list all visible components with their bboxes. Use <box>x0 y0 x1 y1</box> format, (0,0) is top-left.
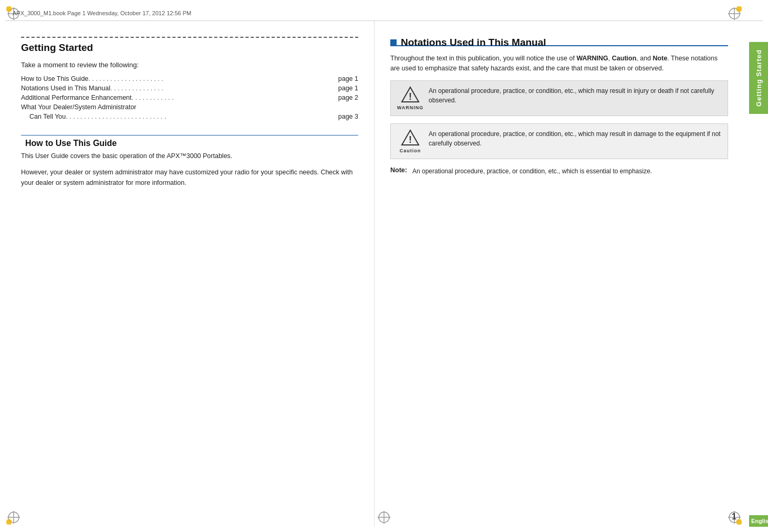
svg-text:!: ! <box>409 91 412 102</box>
toc-item-2-text: Notations Used in This Manual <box>21 85 110 92</box>
how-to-para2: However, your dealer or system administr… <box>21 168 358 188</box>
note-label: Note: <box>390 166 407 174</box>
notations-heading-row: Notations Used in This Manual <box>390 37 728 48</box>
caution-label: Caution <box>400 148 421 153</box>
toc-item-5-text: Can Tell You <box>21 113 66 120</box>
warning-label: WARNING <box>397 105 424 110</box>
caution-triangle: ! <box>401 129 420 146</box>
warning-box: ! WARNING An operational procedure, prac… <box>390 80 728 116</box>
top-bar: APX_3000_M1.book Page 1 Wednesday, Octob… <box>5 5 763 21</box>
toc-item-1-page: page 1 <box>338 75 358 82</box>
notations-heading: Notations Used in This Manual <box>401 37 546 48</box>
side-tab-getting-started: Getting Started <box>749 42 768 114</box>
toc-item-3: Additional Performance Enhancement . . .… <box>21 94 358 101</box>
reg-mark-top-right <box>727 6 742 21</box>
toc-item-2: Notations Used in This Manual . . . . . … <box>21 85 358 92</box>
caution-box: ! Caution An operational procedure, prac… <box>390 123 728 159</box>
toc-intro: Take a moment to review the following: <box>21 61 358 69</box>
caution-icon-area: ! Caution <box>397 129 423 153</box>
toc-item-1: How to Use This Guide . . . . . . . . . … <box>21 75 358 82</box>
toc-item-5: Can Tell You . . . . . . . . . . . . . .… <box>21 113 358 120</box>
warning-text: An operational procedure, practice, or c… <box>429 86 721 105</box>
caution-text: An operational procedure, practice, or c… <box>429 129 721 148</box>
how-to-heading: How to Use This Guide <box>21 139 358 148</box>
toc-list: How to Use This Guide . . . . . . . . . … <box>21 75 358 120</box>
getting-started-label: Getting Started <box>21 42 93 54</box>
english-label: English <box>749 515 768 527</box>
toc-item-3-page: page 2 <box>338 94 358 101</box>
how-to-para1: This User Guide covers the basic operati… <box>21 151 358 161</box>
toc-item-4-text: What Your Dealer/System Administrator <box>21 103 137 111</box>
toc-item-2-dots: . . . . . . . . . . . . . . . <box>110 85 336 92</box>
toc-item-1-dots: . . . . . . . . . . . . . . . . . . . . … <box>88 75 336 82</box>
warning-triangle: ! <box>401 86 420 103</box>
file-info: APX_3000_M1.book Page 1 Wednesday, Octob… <box>13 10 191 16</box>
how-to-heading-label: How to Use This Guide <box>25 139 117 148</box>
how-to-section: How to Use This Guide <box>21 135 358 148</box>
getting-started-heading: Getting Started <box>21 42 358 54</box>
dashed-rule <box>21 37 358 38</box>
toc-item-2-page: page 1 <box>338 85 358 92</box>
toc-item-5-dots: . . . . . . . . . . . . . . . . . . . . … <box>66 113 336 120</box>
notations-intro: Throughout the text in this publication,… <box>390 54 728 74</box>
notations-bullet <box>390 39 397 46</box>
right-column: Notations Used in This Manual Throughout… <box>375 21 744 527</box>
warning-icon-area: ! WARNING <box>397 86 423 110</box>
note-text: An operational procedure, practice, or c… <box>412 166 652 176</box>
toc-item-3-text: Additional Performance Enhancement <box>21 94 132 101</box>
how-to-rule <box>21 135 358 135</box>
content-area: Getting Started Take a moment to review … <box>5 21 744 527</box>
toc-item-4: What Your Dealer/System Administrator <box>21 103 358 111</box>
toc-item-5-page: page 3 <box>338 113 358 120</box>
toc-item-3-dots: . . . . . . . . . . . . <box>132 94 336 101</box>
left-column: Getting Started Take a moment to review … <box>5 21 375 527</box>
svg-text:!: ! <box>409 134 412 145</box>
toc-item-1-text: How to Use This Guide <box>21 75 88 82</box>
note-row: Note: An operational procedure, practice… <box>390 166 728 176</box>
